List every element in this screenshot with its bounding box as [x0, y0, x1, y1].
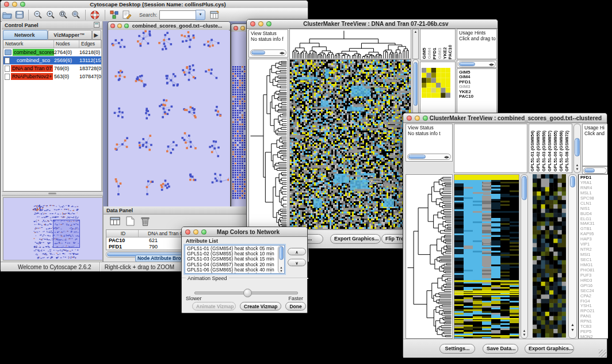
zoom-matrix-canvas[interactable]	[422, 68, 450, 98]
heatmap-vscrollbar[interactable]: ▲▼	[521, 174, 528, 339]
view-status-hscrollbar[interactable]: ◀▶	[407, 154, 451, 160]
tab-overflow-arrow[interactable]: ▶	[92, 30, 101, 40]
map-dialog-titlebar[interactable]: Map Colors to Network	[182, 227, 307, 237]
close-button[interactable]	[250, 21, 255, 26]
control-panel-tab[interactable]: VizMapper™	[48, 30, 93, 40]
panel-splitter[interactable]	[2, 191, 103, 196]
close-button[interactable]	[407, 116, 412, 121]
search-field[interactable]	[159, 10, 196, 20]
row-dendrogram-canvas[interactable]	[406, 175, 452, 338]
open-folder-icon[interactable]	[2, 11, 12, 19]
scrollbar-thumb[interactable]	[251, 51, 265, 55]
scrollbar-thumb[interactable]	[459, 62, 475, 66]
treeview-dna-titlebar[interactable]: ClusterMaker TreeView : DNA and Tran 07-…	[247, 20, 498, 29]
scroll-arrows-icon[interactable]: ▲▼	[278, 266, 284, 273]
zoom-button[interactable]	[266, 21, 271, 26]
save-icon[interactable]	[16, 11, 24, 18]
splitter-handle[interactable]	[48, 193, 56, 194]
move-down-button[interactable]: ∨	[288, 259, 306, 266]
export-graphics-button[interactable]: Export Graphics...	[330, 234, 381, 244]
zoom-in-icon[interactable]	[46, 10, 55, 19]
done-button[interactable]: Done	[285, 302, 306, 311]
network-row[interactable]: DNA and Tran 07 769(0) 183728(0)	[3, 64, 101, 72]
listbox-vscrollbar[interactable]: ▲▼	[278, 246, 284, 273]
close-button[interactable]	[4, 2, 9, 7]
scrollbar-thumb[interactable]	[522, 176, 527, 200]
zoom-selected-icon[interactable]	[71, 10, 81, 19]
scrollbar-thumb[interactable]	[584, 168, 595, 173]
network-row[interactable]: combined_scores 2764(0) 16218(0)	[3, 48, 101, 56]
zoom-button[interactable]	[124, 24, 129, 28]
scroll-arrows-icon[interactable]: ◀▶	[280, 51, 285, 55]
network-row[interactable]: RNAPuberNov2+ 563(0) 107847(0)	[3, 72, 101, 81]
scroll-arrows-icon[interactable]: ▲▼	[521, 329, 527, 337]
usage-hints-hscrollbar[interactable]	[583, 167, 607, 174]
main-titlebar[interactable]: Cytoscape Desktop (Session Name: collins…	[1, 1, 308, 9]
scrollbar-thumb[interactable]	[279, 246, 284, 260]
network-view-canvas[interactable]	[108, 30, 229, 206]
vizmap-icon[interactable]	[110, 10, 119, 19]
search-input[interactable]: ▼	[159, 10, 205, 20]
attribute-listbox[interactable]: GPL51-01 (GSM854) heat shock 05 minGPL51…	[185, 245, 285, 274]
gene-label[interactable]: MON2	[580, 335, 608, 339]
heatmap-canvas[interactable]	[290, 60, 411, 229]
settings-button[interactable]: Settings...	[439, 344, 475, 354]
minimize-button[interactable]	[415, 116, 420, 121]
zoom-fit-icon[interactable]	[59, 10, 68, 19]
scrollbar-thumb[interactable]	[575, 138, 580, 156]
zoom-heatmap-canvas[interactable]	[533, 174, 566, 338]
zoom-button[interactable]	[423, 116, 428, 121]
zoom-out-icon[interactable]	[33, 10, 43, 19]
scroll-arrows-icon[interactable]: ◀▶	[489, 62, 494, 66]
animate-vizmap-button[interactable]: Animate Vizmap	[192, 302, 236, 311]
scroll-up-arrow-icon[interactable]: ▲	[413, 30, 418, 33]
minimize-button[interactable]	[12, 2, 17, 7]
trash-icon[interactable]	[141, 216, 150, 226]
minimize-button[interactable]	[240, 26, 245, 30]
attribute-table-icon[interactable]	[210, 10, 219, 19]
float-panel-icon[interactable]	[94, 22, 100, 29]
zoom-button[interactable]	[201, 229, 206, 235]
export-graphics-button[interactable]: Export Graphics...	[525, 344, 574, 354]
scroll-arrows-icon[interactable]: ◀▶	[444, 155, 449, 159]
treeview-combined-titlebar[interactable]: ClusterMaker TreeView : combined_scores_…	[403, 113, 607, 123]
column-label[interactable]: GPL51-08 (GSM872)	[565, 131, 571, 171]
create-vizmap-button[interactable]: Create Vizmap	[240, 302, 281, 311]
labels-vscrollbar[interactable]: ▲▼	[573, 124, 581, 173]
help-lifering-icon[interactable]	[90, 10, 100, 20]
zoom-button[interactable]	[20, 2, 25, 7]
new-document-icon[interactable]	[126, 216, 135, 226]
scroll-arrows-icon[interactable]: ▲▼	[574, 163, 580, 171]
scrollbar-thumb[interactable]	[570, 176, 575, 187]
scrollbar-thumb[interactable]	[414, 62, 418, 106]
animation-speed-slider[interactable]	[194, 292, 298, 294]
attribute-item[interactable]: GPL51-07 (GSM868) heat shock 60 min	[187, 273, 284, 274]
close-button[interactable]	[234, 26, 238, 30]
close-button[interactable]	[185, 229, 190, 235]
minimize-button[interactable]	[117, 24, 122, 28]
minimize-button[interactable]	[258, 21, 263, 26]
annotation-icon[interactable]	[123, 10, 132, 19]
network-list-header[interactable]: Network Nodes Edges	[3, 40, 101, 48]
usage-hints-hscrollbar[interactable]: ◀▶	[458, 61, 496, 67]
row-dendrogram-canvas[interactable]	[249, 59, 288, 229]
scrollbar-thumb[interactable]	[408, 155, 426, 159]
scroll-arrows-icon[interactable]: ▲▼	[569, 323, 576, 332]
heatmap-canvas[interactable]	[454, 175, 519, 338]
table-icon[interactable]	[110, 216, 121, 226]
save-data-button[interactable]: Save Data...	[483, 344, 518, 354]
gene-label[interactable]: PAC10	[459, 94, 496, 99]
resize-grip[interactable]	[599, 350, 606, 357]
minimize-button[interactable]	[193, 229, 198, 235]
zoom-vscrollbar[interactable]: ▲▼	[568, 174, 577, 339]
move-up-button[interactable]: ∧	[288, 248, 306, 255]
column-label[interactable]: PAC10	[448, 45, 453, 59]
dendrogram-scroll-strip[interactable]: ▲	[412, 29, 419, 59]
view-status-hscrollbar[interactable]: ◀▶	[250, 49, 286, 56]
column-dendrogram-canvas[interactable]	[290, 29, 411, 59]
close-button[interactable]	[110, 24, 115, 28]
search-dropdown-arrow[interactable]: ▼	[196, 10, 205, 20]
network-window-titlebar[interactable]: combined_scores_good.txt--cluste...	[108, 22, 230, 30]
network-row[interactable]: combined_sco 2569(6) 13112(15)	[3, 56, 101, 64]
control-panel-tab[interactable]: Network	[3, 30, 48, 40]
